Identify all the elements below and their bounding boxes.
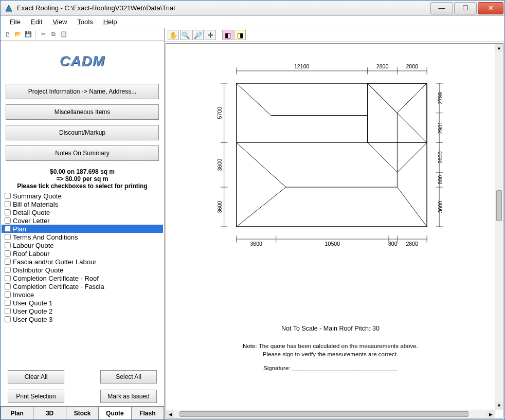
tab-plan[interactable]: Plan [1,407,33,419]
checklist-checkbox[interactable] [5,242,11,248]
menu-tools[interactable]: Tools [72,17,98,27]
project-info-button[interactable]: Project Information -> Name, Address... [6,84,159,99]
open-icon[interactable]: 📂 [14,30,22,39]
checklist-item[interactable]: Summary Quote [2,192,163,200]
svg-text:3600: 3600 [250,241,262,247]
checklist-checkbox[interactable] [5,283,11,289]
checklist-item[interactable]: Terms And Conditions [2,233,163,241]
menu-edit[interactable]: Edit [26,17,47,27]
crosshair-icon[interactable]: ✛ [205,30,216,40]
notes-summary-button[interactable]: Notes On Summary [6,145,159,161]
checklist-checkbox[interactable] [5,267,11,273]
zoom-in-icon[interactable]: 🔍 [180,30,191,40]
checklist-label: Plan [13,225,26,233]
checklist-checkbox[interactable] [5,201,11,207]
tool-b-icon[interactable]: ◨ [235,30,246,40]
select-all-button[interactable]: Select All [100,370,157,384]
tab-flash[interactable]: Flash [131,407,164,419]
svg-text:2901: 2901 [437,122,443,134]
minimize-button[interactable]: — [430,2,453,14]
drawing[interactable]: 12100 2800 2800 5700 [166,44,495,410]
checklist-label: Completion Certificate - Roof [13,275,99,282]
new-icon[interactable]: 🗋 [4,30,12,39]
checklist-item[interactable]: User Quote 2 [2,307,163,315]
svg-text:3600: 3600 [217,159,223,171]
checklist-checkbox[interactable] [5,193,11,199]
tab-stock[interactable]: Stock [66,407,98,419]
svg-text:800: 800 [437,175,443,185]
svg-marker-0 [6,5,12,11]
checklist-checkbox[interactable] [5,250,11,257]
close-button[interactable]: ✕ [478,2,503,14]
scroll-thumb-v[interactable] [496,190,502,221]
checklist-checkbox[interactable] [5,300,11,306]
checklist-item[interactable]: Bill of Materials [2,200,163,208]
checklist-checkbox[interactable] [5,259,11,265]
checklist-checkbox[interactable] [5,234,11,240]
tab-3d[interactable]: 3D [33,407,65,419]
checklist-item[interactable]: Roof Labour [2,249,163,258]
window-title: Exact Roofing - C:\Exact-RoofingV321Web\… [17,4,430,12]
checklist-item[interactable]: Cover Letter [2,216,163,225]
checklist-item[interactable]: Labour Quote [2,241,163,249]
svg-text:2800: 2800 [406,63,418,69]
tool-a-icon[interactable]: ◧ [222,30,233,40]
checklist-label: Fascia and/or Gutter Labour [13,258,97,266]
scroll-up-icon[interactable]: ▲ [495,44,503,52]
svg-line-7 [237,142,286,187]
tabs: Plan3DStockQuoteFlash [1,406,164,419]
copy-icon[interactable]: ⧉ [49,30,58,39]
menu-view[interactable]: View [47,17,72,27]
menu-help[interactable]: Help [98,17,122,27]
checklist-item[interactable]: Completion Certificate - Fascia [2,282,163,290]
checklist-checkbox[interactable] [5,209,11,215]
paste-icon[interactable]: 📋 [60,30,68,39]
svg-text:Not To Scale - Main Roof Pitch: Not To Scale - Main Roof Pitch: 30 [281,325,380,332]
misc-items-button[interactable]: Miscellaneous Items [6,104,159,120]
checklist-checkbox[interactable] [5,275,11,281]
discount-markup-button[interactable]: Discount/Markup [6,125,159,140]
save-icon[interactable]: 💾 [24,30,32,39]
svg-line-2 [368,83,398,113]
checklist-checkbox[interactable] [5,316,11,322]
checklist-item[interactable]: User Quote 3 [2,315,163,323]
checklist-checkbox[interactable] [5,217,11,224]
checklist-label: User Quote 2 [13,307,52,315]
cut-icon[interactable]: ✂ [39,30,47,39]
scroll-thumb-h[interactable] [179,411,468,417]
app-icon [4,3,14,13]
zoom-out-icon[interactable]: 🔎 [192,30,204,40]
scroll-right-icon[interactable]: ▶ [486,410,495,418]
print-checklist: Summary QuoteBill of MaterialsDetail Quo… [1,190,164,367]
checklist-checkbox[interactable] [5,291,11,298]
svg-text:Signature: ___________________: Signature: _____________________________… [263,365,398,371]
horizontal-scrollbar[interactable]: ◀ ▶ [166,410,495,418]
menu-file[interactable]: File [5,17,26,27]
checklist-item[interactable]: Completion Certificate - Roof [2,274,163,282]
clear-all-button[interactable]: Clear All [8,370,64,384]
tab-quote[interactable]: Quote [98,407,131,419]
svg-line-3 [397,83,427,113]
svg-text:2800: 2800 [437,151,443,163]
scroll-down-icon[interactable]: ▼ [495,401,503,410]
checklist-item[interactable]: Invoice [2,290,163,299]
checklist-item[interactable]: Plan [2,225,163,233]
checklist-checkbox[interactable] [5,308,11,314]
checklist-item[interactable]: Distributor Quote [2,266,163,274]
checklist-item[interactable]: Fascia and/or Gutter Labour [2,258,163,266]
checklist-item[interactable]: Detail Quote [2,208,163,216]
maximize-button[interactable]: ☐ [454,2,477,14]
summary-text: $0.00 on 187.698 sq m => $0.00 per sq m … [1,168,164,190]
checklist-item[interactable]: User Quote 1 [2,299,163,307]
print-selection-button[interactable]: Print Selection [8,390,64,403]
svg-text:2799: 2799 [437,92,443,104]
svg-text:12100: 12100 [294,63,310,69]
svg-line-6 [368,142,398,172]
checklist-checkbox[interactable] [5,226,11,232]
scroll-left-icon[interactable]: ◀ [166,410,174,418]
pan-icon[interactable]: ✋ [168,30,179,40]
checklist-label: Invoice [13,291,34,299]
svg-line-5 [397,142,427,172]
vertical-scrollbar[interactable]: ▲ ▼ [495,44,503,410]
mark-as-issued-button[interactable]: Mark as Issued [100,390,157,403]
